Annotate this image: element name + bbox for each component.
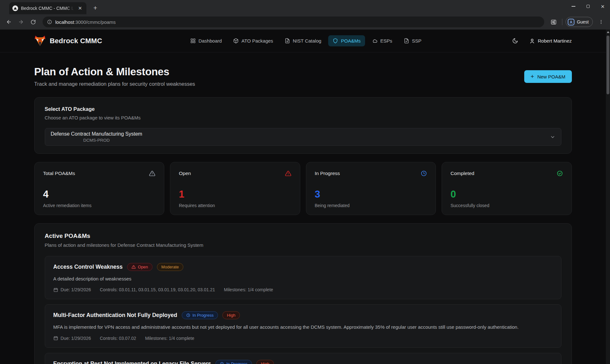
stat-label: Total POA&Ms xyxy=(43,171,75,176)
status-badge: In Progress xyxy=(215,360,252,364)
nav-poams[interactable]: POA&Ms xyxy=(328,35,365,46)
poam-due: Due: 1/29/2026 xyxy=(53,336,91,341)
nav-nist-catalog[interactable]: NIST Catalog xyxy=(280,35,326,46)
nav-label: ESPs xyxy=(380,38,392,44)
profile-avatar-icon xyxy=(568,19,574,25)
window-controls: ✕ xyxy=(566,0,610,13)
severity-badge: High xyxy=(256,360,274,364)
stat-caption: Requires attention xyxy=(179,203,291,208)
alert-triangle-icon xyxy=(132,265,136,269)
main-nav: Dashboard ATO Packages NIST Catalog POA&… xyxy=(102,35,509,46)
severity-badge: High xyxy=(222,311,240,319)
profile-label: Guest xyxy=(577,19,589,24)
stat-caption: Active remediation items xyxy=(43,203,156,208)
browser-tab[interactable]: Bedrock CMMC - CMMC Level ✕ xyxy=(9,2,86,14)
poam-title: Encryption at Rest Not Implemented on Le… xyxy=(53,361,211,364)
browser-toolbar: localhost:3000/cmmc/poams Guest xyxy=(0,14,610,30)
nav-dashboard[interactable]: Dashboard xyxy=(186,35,226,46)
stat-card-completed: Completed 0 Successfully closed xyxy=(442,162,572,215)
file-text-icon xyxy=(285,38,290,44)
stat-label: Open xyxy=(179,171,191,176)
app-window: Bedrock CMMC Dashboard ATO Packages NIST… xyxy=(0,30,610,364)
tab-title: Bedrock CMMC - CMMC Level xyxy=(21,6,74,11)
clock-icon xyxy=(186,313,190,317)
nav-label: SSP xyxy=(412,38,422,44)
shield-icon xyxy=(333,38,338,44)
poam-milestones: Milestones: 1/4 complete xyxy=(224,287,273,292)
theme-toggle-button[interactable] xyxy=(510,35,521,47)
forward-button[interactable] xyxy=(16,17,26,27)
clock-icon xyxy=(421,170,427,177)
stat-value: 3 xyxy=(315,189,427,200)
scrollbar-thumb[interactable] xyxy=(607,36,609,94)
site-info-icon xyxy=(47,19,52,24)
user-menu[interactable]: Robert Martinez xyxy=(529,38,572,44)
nav-esps[interactable]: ESPs xyxy=(368,35,397,46)
new-tab-button[interactable]: + xyxy=(91,3,100,12)
nav-ato-packages[interactable]: ATO Packages xyxy=(229,35,278,46)
nav-ssp[interactable]: SSP xyxy=(399,35,426,46)
stat-card-open: Open 1 Requires attention xyxy=(170,162,300,215)
nav-label: NIST Catalog xyxy=(293,38,322,44)
page-subtitle: Track and manage remediation plans for s… xyxy=(34,81,195,87)
new-poam-button[interactable]: + New POA&M xyxy=(524,70,572,83)
dashboard-icon xyxy=(190,38,196,44)
poam-item-mfa[interactable]: Multi-Factor Authentication Not Fully De… xyxy=(45,304,561,347)
stat-card-total: Total POA&Ms 4 Active remediation items xyxy=(34,162,165,215)
site-favicon-icon xyxy=(12,5,18,11)
url-text: localhost:3000/cmmc/poams xyxy=(55,19,116,25)
brand-name: Bedrock CMMC xyxy=(50,37,102,45)
stats-row: Total POA&Ms 4 Active remediation items … xyxy=(34,162,572,215)
stat-caption: Being remediated xyxy=(315,203,427,208)
poam-title: Multi-Factor Authentication Not Fully De… xyxy=(53,312,177,319)
browser-menu-button[interactable] xyxy=(596,17,606,27)
browser-chrome: Bedrock CMMC - CMMC Level ✕ + ✕ localhos… xyxy=(0,0,610,30)
window-close-button[interactable]: ✕ xyxy=(595,0,610,13)
stat-value: 4 xyxy=(43,189,156,200)
side-panel-search-button[interactable] xyxy=(549,17,559,27)
alert-triangle-icon xyxy=(285,170,291,177)
tab-close-icon[interactable]: ✕ xyxy=(77,5,83,11)
poam-item-access-control[interactable]: Access Control Weakness Open Moderate A … xyxy=(45,256,561,299)
address-bar[interactable]: localhost:3000/cmmc/poams xyxy=(43,17,544,27)
poam-list: Access Control Weakness Open Moderate A … xyxy=(45,256,561,364)
window-maximize-button[interactable] xyxy=(581,0,595,13)
stat-card-in-progress: In Progress 3 Being remediated xyxy=(306,162,436,215)
brand[interactable]: Bedrock CMMC xyxy=(34,35,102,47)
nav-label: Dashboard xyxy=(199,38,222,44)
fox-logo-icon xyxy=(34,35,46,47)
poam-milestones: Milestones: 1/4 complete xyxy=(145,336,194,341)
app-header: Bedrock CMMC Dashboard ATO Packages NIST… xyxy=(0,30,606,52)
kebab-menu-icon xyxy=(599,19,604,24)
page-content: Plan of Action & Milestones Track and ma… xyxy=(34,66,572,364)
package-selector-card: Select ATO Package Choose an ATO package… xyxy=(34,97,572,154)
page-scrollbar[interactable] xyxy=(606,30,610,364)
poam-section-title: Active POA&Ms xyxy=(45,233,561,239)
status-badge: Open xyxy=(127,263,152,271)
reload-button[interactable] xyxy=(28,17,38,27)
poam-controls: Controls: 03.07.02 xyxy=(100,336,136,341)
calendar-icon xyxy=(53,287,58,292)
scrollbar-up-arrow[interactable] xyxy=(606,30,610,34)
severity-badge: Moderate xyxy=(157,263,183,271)
toolbar-divider xyxy=(562,19,562,25)
window-minimize-button[interactable] xyxy=(566,0,581,13)
selected-package-name: Defense Contract Manufacturing System xyxy=(51,131,142,137)
reload-icon xyxy=(30,19,36,25)
ato-package-select[interactable]: Defense Contract Manufacturing System DC… xyxy=(45,128,561,146)
active-poams-card: Active POA&Ms Plans of action and milest… xyxy=(34,223,572,364)
poam-section-subtitle: Plans of action and milestones for Defen… xyxy=(45,242,561,248)
back-button[interactable] xyxy=(4,17,14,27)
forward-arrow-icon xyxy=(18,19,24,25)
profile-button[interactable]: Guest xyxy=(566,17,593,27)
poam-due: Due: 1/29/2026 xyxy=(53,287,91,292)
stat-value: 0 xyxy=(451,189,563,200)
poam-item-encryption[interactable]: Encryption at Rest Not Implemented on Le… xyxy=(45,353,561,364)
selector-subtitle: Choose an ATO package to view its POA&Ms xyxy=(45,115,561,120)
stat-label: In Progress xyxy=(315,171,340,176)
moon-icon xyxy=(512,38,518,44)
status-badge: In Progress xyxy=(182,311,218,319)
nav-label: POA&Ms xyxy=(341,38,361,44)
poam-controls: Controls: 03.01.11, 03.01.15, 03.01.19, … xyxy=(100,287,215,292)
clock-icon xyxy=(220,362,224,364)
